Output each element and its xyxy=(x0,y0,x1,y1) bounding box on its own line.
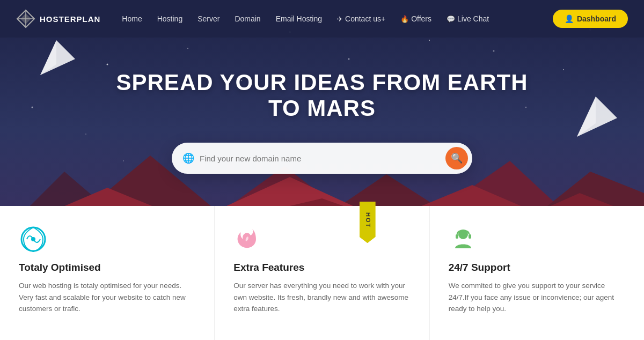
nav-offers[interactable]: 🔥 Offers xyxy=(400,14,431,23)
card-support-title: 24/7 Support xyxy=(449,262,625,274)
svg-point-5 xyxy=(493,50,495,52)
nav-home[interactable]: Home xyxy=(122,14,142,23)
svg-point-10 xyxy=(32,107,33,108)
card-support: 24/7 Support We commited to give you sup… xyxy=(430,206,644,340)
globe-icon: 🌐 xyxy=(182,152,194,164)
logo[interactable]: HOSTERPLAN xyxy=(16,9,100,28)
svg-point-3 xyxy=(348,58,350,60)
send-icon: ✈ xyxy=(337,15,343,23)
hot-badge: HOT xyxy=(360,202,376,243)
support-icon xyxy=(449,225,478,254)
card-extra-features-title: Extra Features xyxy=(233,262,410,274)
svg-point-1 xyxy=(187,48,188,49)
hero-title: SPREAD YOUR IDEAS FROM EARTH TO MARS xyxy=(107,70,537,121)
nav-server[interactable]: Server xyxy=(197,14,219,23)
svg-rect-39 xyxy=(469,234,471,239)
search-icon: 🔍 xyxy=(451,152,463,164)
svg-point-6 xyxy=(563,69,564,70)
nav-domain[interactable]: Domain xyxy=(235,14,260,23)
brand-name: HOSTERPLAN xyxy=(40,14,100,24)
nav-contact[interactable]: ✈ Contact us+ xyxy=(337,14,385,23)
card-optimised: Totaly Optimised Our web hosting is tota… xyxy=(0,206,215,340)
fire-icon: 🔥 xyxy=(400,15,409,23)
nav-hosting[interactable]: Hosting xyxy=(157,14,182,23)
navbar: HOSTERPLAN Home Hosting Server Domain Em… xyxy=(0,0,644,38)
card-extra-features-text: Our server has everything you need to wo… xyxy=(233,280,410,315)
card-optimised-title: Totaly Optimised xyxy=(19,262,195,274)
paper-plane-left-icon xyxy=(40,40,75,78)
card-support-text: We commited to give you support to your … xyxy=(449,280,625,315)
dashboard-button[interactable]: 👤 Dashboard xyxy=(553,10,628,28)
nav-live-chat[interactable]: 💬 Live Chat xyxy=(447,14,489,23)
nav-email-hosting[interactable]: Email Hosting xyxy=(276,14,322,23)
optimised-icon xyxy=(19,225,48,254)
svg-point-36 xyxy=(31,237,35,241)
svg-rect-38 xyxy=(456,234,458,239)
chat-icon: 💬 xyxy=(447,15,455,23)
domain-search-input[interactable] xyxy=(200,154,445,163)
search-button[interactable]: 🔍 xyxy=(445,147,468,169)
feature-cards: Totaly Optimised Our web hosting is tota… xyxy=(0,206,644,340)
hero-content: SPREAD YOUR IDEAS FROM EARTH TO MARS 🌐 🔍 xyxy=(107,70,537,174)
svg-point-0 xyxy=(107,64,108,65)
user-icon: 👤 xyxy=(565,14,574,23)
logo-icon xyxy=(16,9,35,28)
nav-links: Home Hosting Server Domain Email Hosting… xyxy=(122,14,553,23)
card-extra-features: HOT Extra Features Our server has everyt… xyxy=(215,206,429,340)
card-optimised-text: Our web hosting is totaly optimised for … xyxy=(19,280,195,315)
extra-features-icon xyxy=(233,225,263,254)
domain-search-bar: 🌐 🔍 xyxy=(172,143,472,174)
svg-point-4 xyxy=(429,40,430,41)
